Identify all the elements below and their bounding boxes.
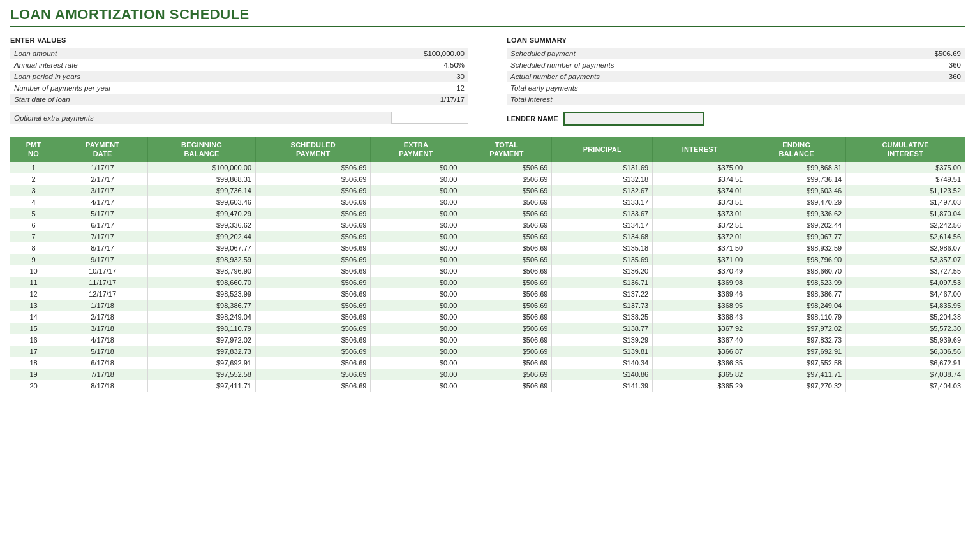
summary-label: Actual number of payments: [507, 71, 647, 82]
table-cell: $506.69: [256, 380, 371, 392]
table-cell: $98,796.90: [148, 265, 256, 277]
table-row: 164/17/18$97,972.02$506.69$0.00$506.69$1…: [10, 334, 965, 346]
table-cell: $98,523.99: [148, 288, 256, 300]
table-cell: $4,097.53: [846, 277, 965, 288]
table-cell: $3,727.55: [846, 265, 965, 277]
table-cell: $506.69: [461, 196, 552, 208]
table-cell: $506.69: [256, 173, 371, 185]
table-cell: 7/17/18: [57, 369, 148, 380]
table-cell: $506.69: [256, 242, 371, 254]
enter-values-section: ENTER VALUES Loan amount$100,000.00Annua…: [10, 36, 468, 126]
table-cell: $506.69: [256, 334, 371, 346]
table-cell: $371.50: [653, 242, 747, 254]
lender-name-input[interactable]: [563, 112, 704, 126]
table-row: 22/17/17$99,868.31$506.69$0.00$506.69$13…: [10, 173, 965, 185]
table-cell: 17: [10, 346, 57, 357]
table-cell: 4/17/17: [57, 196, 148, 208]
table-cell: 15: [10, 323, 57, 334]
table-cell: $98,932.59: [148, 254, 256, 265]
table-cell: 2/17/18: [57, 311, 148, 323]
table-cell: $98,386.77: [148, 300, 256, 311]
table-cell: $506.69: [461, 334, 552, 346]
table-cell: 3/17/17: [57, 185, 148, 196]
table-cell: $372.01: [653, 231, 747, 242]
table-cell: $506.69: [461, 208, 552, 219]
field-value: 30: [138, 71, 468, 82]
table-row: 208/17/18$97,411.71$506.69$0.00$506.69$1…: [10, 380, 965, 392]
table-cell: $373.01: [653, 208, 747, 219]
summary-label: Scheduled payment: [507, 48, 647, 59]
optional-label: Optional extra payments: [10, 112, 392, 124]
table-cell: $368.43: [653, 311, 747, 323]
table-cell: $99,202.44: [148, 231, 256, 242]
table-cell: $506.69: [256, 162, 371, 173]
table-cell: 5/17/17: [57, 208, 148, 219]
table-cell: $0.00: [371, 265, 461, 277]
table-cell: $506.69: [256, 288, 371, 300]
table-cell: $506.69: [461, 162, 552, 173]
table-cell: $133.17: [552, 196, 653, 208]
table-cell: $97,972.02: [747, 323, 846, 334]
table-cell: $369.46: [653, 288, 747, 300]
table-cell: $97,972.02: [148, 334, 256, 346]
table-cell: $0.00: [371, 323, 461, 334]
table-cell: 11/17/17: [57, 277, 148, 288]
table-cell: $7,038.74: [846, 369, 965, 380]
field-value: 4.50%: [138, 59, 468, 71]
table-cell: $98,249.04: [747, 300, 846, 311]
table-row: 55/17/17$99,470.29$506.69$0.00$506.69$13…: [10, 208, 965, 219]
table-cell: $506.69: [256, 208, 371, 219]
table-cell: $131.69: [552, 162, 653, 173]
table-cell: $97,692.91: [148, 357, 256, 369]
table-cell: $365.82: [653, 369, 747, 380]
field-label: Start date of loan: [10, 94, 138, 105]
amortization-table: PMTNOPAYMENTDATEBEGINNINGBALANCESCHEDULE…: [10, 137, 965, 392]
table-cell: 6: [10, 219, 57, 231]
table-cell: $506.69: [461, 357, 552, 369]
table-cell: 3/17/18: [57, 323, 148, 334]
table-cell: $4,467.00: [846, 288, 965, 300]
loan-summary-row: Total early payments: [507, 82, 965, 94]
table-cell: 6/17/18: [57, 357, 148, 369]
table-cell: $375.00: [653, 162, 747, 173]
table-row: 99/17/17$98,932.59$506.69$0.00$506.69$13…: [10, 254, 965, 265]
table-cell: 3: [10, 185, 57, 196]
table-cell: $506.69: [461, 311, 552, 323]
table-cell: $98,386.77: [747, 288, 846, 300]
table-cell: $100,000.00: [148, 162, 256, 173]
table-cell: 8: [10, 242, 57, 254]
table-cell: $506.69: [461, 265, 552, 277]
enter-values-row: Annual interest rate4.50%: [10, 59, 468, 71]
table-cell: $367.40: [653, 334, 747, 346]
optional-value-input[interactable]: [392, 112, 468, 124]
loan-summary-table: Scheduled payment$506.69Scheduled number…: [507, 48, 965, 105]
table-cell: $2,614.56: [846, 231, 965, 242]
table-cell: $506.69: [256, 346, 371, 357]
table-cell: $97,832.73: [747, 334, 846, 346]
table-cell: $506.69: [461, 242, 552, 254]
table-cell: $5,204.38: [846, 311, 965, 323]
field-label: Number of payments per year: [10, 82, 138, 94]
table-cell: $0.00: [371, 173, 461, 185]
enter-values-title: ENTER VALUES: [10, 36, 468, 44]
column-header: BEGINNINGBALANCE: [148, 137, 256, 162]
table-cell: $371.00: [653, 254, 747, 265]
table-cell: $97,552.58: [747, 357, 846, 369]
table-cell: $366.87: [653, 346, 747, 357]
table-cell: $97,832.73: [148, 346, 256, 357]
table-row: 1010/17/17$98,796.90$506.69$0.00$506.69$…: [10, 265, 965, 277]
table-cell: $506.69: [461, 231, 552, 242]
table-cell: $506.69: [461, 173, 552, 185]
table-cell: $1,870.04: [846, 208, 965, 219]
table-cell: $506.69: [461, 323, 552, 334]
table-cell: $506.69: [256, 369, 371, 380]
field-value: 1/17/17: [138, 94, 468, 105]
table-cell: $367.92: [653, 323, 747, 334]
loan-summary-row: Scheduled number of payments360: [507, 59, 965, 71]
table-cell: $506.69: [256, 196, 371, 208]
table-cell: 20: [10, 380, 57, 392]
table-cell: $506.69: [461, 219, 552, 231]
table-cell: $2,986.07: [846, 242, 965, 254]
table-cell: 9: [10, 254, 57, 265]
table-cell: 2: [10, 173, 57, 185]
